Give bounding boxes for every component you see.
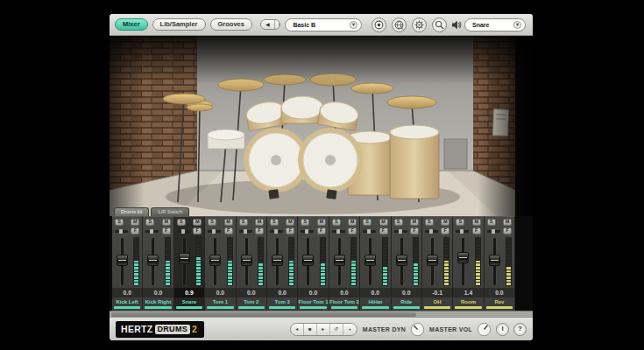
fader-handle[interactable] <box>241 255 252 266</box>
solo-button[interactable]: S <box>239 219 248 226</box>
channel-strip[interactable]: SMF0.0Tom 3 <box>267 216 298 311</box>
solo-button[interactable]: S <box>394 219 403 226</box>
tab-lib-sampler[interactable]: Lib/Sampler <box>152 18 206 31</box>
channel-strip[interactable]: SMF0.0Kick Right <box>143 216 173 311</box>
mute-button[interactable]: M <box>410 219 419 226</box>
fader-handle[interactable] <box>334 255 345 266</box>
pan-handle[interactable] <box>429 229 433 234</box>
rack-tom-2[interactable] <box>281 96 323 123</box>
fx-button[interactable]: F <box>317 228 326 234</box>
pan-handle[interactable] <box>150 229 153 234</box>
pan-handle[interactable] <box>119 229 123 234</box>
help-button[interactable]: ? <box>513 323 527 336</box>
transport-button[interactable]: + <box>343 324 357 335</box>
solo-button[interactable]: S <box>456 219 464 226</box>
pan-slider[interactable] <box>425 230 438 233</box>
channel-strip[interactable]: SMF0.0Ride <box>392 216 422 311</box>
channel-strip[interactable]: SMF0.0Rev <box>485 216 515 311</box>
transport-button[interactable]: ■ <box>304 324 317 335</box>
fader-handle[interactable] <box>396 255 407 266</box>
transport-button[interactable]: ↺ <box>330 324 343 335</box>
mute-button[interactable]: M <box>286 219 294 226</box>
pan-slider[interactable] <box>301 230 314 233</box>
fader-handle[interactable] <box>302 255 314 266</box>
mute-button[interactable]: M <box>193 219 202 226</box>
fader-handle[interactable] <box>272 255 283 266</box>
pan-handle[interactable] <box>367 229 371 234</box>
snare-drum[interactable] <box>208 130 244 149</box>
preset-prev-button[interactable]: ◀ <box>261 20 275 29</box>
pan-slider[interactable] <box>456 230 469 233</box>
channel-strip[interactable]: SMF0.0HiHat <box>360 216 391 311</box>
fx-button[interactable]: F <box>286 228 294 234</box>
pan-slider[interactable] <box>208 230 221 233</box>
fader-handle[interactable] <box>457 252 469 263</box>
mute-button[interactable]: M <box>255 219 264 226</box>
pan-slider[interactable] <box>363 230 376 233</box>
pan-handle[interactable] <box>399 229 402 234</box>
kick-drum-right[interactable] <box>298 128 363 192</box>
pan-handle[interactable] <box>336 229 340 234</box>
pan-handle[interactable] <box>305 229 308 234</box>
fader-handle[interactable] <box>489 255 500 266</box>
pan-slider[interactable] <box>332 230 345 233</box>
fx-button[interactable]: F <box>379 228 388 234</box>
fx-button[interactable]: F <box>193 228 202 234</box>
pan-slider[interactable] <box>177 230 190 233</box>
preset-next-button[interactable]: ▶ <box>275 20 281 29</box>
solo-button[interactable]: S <box>332 219 341 226</box>
pan-slider[interactable] <box>145 230 159 233</box>
solo-button[interactable]: S <box>115 219 124 226</box>
fader-handle[interactable] <box>117 255 128 266</box>
mute-button[interactable]: M <box>379 219 388 226</box>
fx-button[interactable]: F <box>131 228 139 234</box>
master-vol-knob[interactable] <box>477 322 492 337</box>
mute-button[interactable]: M <box>503 219 512 226</box>
mute-button[interactable]: M <box>224 219 233 226</box>
pan-handle[interactable] <box>492 229 495 234</box>
tab-grooves[interactable]: Grooves <box>210 18 252 31</box>
fx-button[interactable]: F <box>348 228 357 234</box>
mixer-tab-drums-kit[interactable]: Drums kit <box>114 207 149 216</box>
pan-handle[interactable] <box>181 229 185 234</box>
pan-handle[interactable] <box>244 229 247 234</box>
pan-handle[interactable] <box>274 229 278 234</box>
solo-button[interactable]: S <box>177 219 186 226</box>
channel-strip[interactable]: SMF0.0Tom 2 <box>237 216 267 311</box>
fader-handle[interactable] <box>364 255 376 266</box>
fx-button[interactable]: F <box>410 228 419 234</box>
mute-button[interactable]: M <box>348 219 357 226</box>
mixer-tab-lr-switch[interactable]: L/R Switch <box>151 207 189 216</box>
mute-button[interactable]: M <box>317 219 326 226</box>
fader-handle[interactable] <box>427 255 438 266</box>
master-dyn-knob[interactable] <box>410 322 425 337</box>
channel-strip[interactable]: SMF0.0Tom 1 <box>205 216 236 311</box>
pan-handle[interactable] <box>212 229 216 234</box>
pan-handle[interactable] <box>460 229 464 234</box>
fader-handle[interactable] <box>147 255 159 266</box>
mute-button[interactable]: M <box>162 219 171 226</box>
pan-slider[interactable] <box>270 230 283 233</box>
mute-button[interactable]: M <box>441 219 449 226</box>
gear-icon[interactable] <box>412 18 427 32</box>
solo-button[interactable]: S <box>301 219 309 226</box>
mute-button[interactable]: M <box>472 219 481 226</box>
preset-select[interactable]: Basic B ▾ <box>285 18 362 32</box>
fx-button[interactable]: F <box>224 228 233 234</box>
tab-mixer[interactable]: Mixer <box>115 18 148 31</box>
floor-tom-2[interactable] <box>390 125 439 199</box>
mute-button[interactable]: M <box>131 219 139 226</box>
channel-strip[interactable]: SMF0.9Snare <box>174 216 205 311</box>
channel-strip[interactable]: SMF1.4Room <box>453 216 484 311</box>
channel-strip[interactable]: SMF-0.1OH <box>422 216 453 311</box>
pan-slider[interactable] <box>487 230 500 233</box>
fx-button[interactable]: F <box>441 228 449 234</box>
solo-button[interactable]: S <box>363 219 372 226</box>
scrollbar-thumb[interactable] <box>111 312 416 317</box>
pan-slider[interactable] <box>239 230 252 233</box>
solo-button[interactable]: S <box>208 219 216 226</box>
fx-button[interactable]: F <box>472 228 481 234</box>
mixer-scrollbar[interactable] <box>110 311 533 317</box>
fx-button[interactable]: F <box>503 228 512 234</box>
channel-strip[interactable]: SMF0.0Kick Left <box>112 216 143 311</box>
